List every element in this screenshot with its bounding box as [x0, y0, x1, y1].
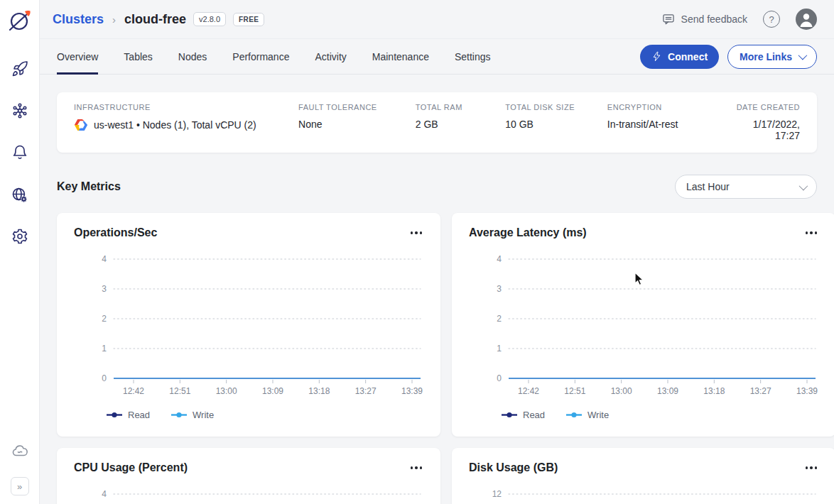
more-links-label: More Links — [740, 51, 792, 62]
cloud-icon[interactable] — [11, 442, 29, 460]
chart-svg: 4321012:4212:5113:0013:0913:1813:2713:39 — [74, 484, 423, 504]
svg-text:0: 0 — [102, 373, 107, 383]
chart-card-cpu: CPU Usage (Percent) 4321012:4212:5113:00… — [57, 448, 440, 504]
card-menu-ellipsis-icon[interactable] — [804, 229, 819, 237]
svg-text:2: 2 — [102, 314, 107, 324]
chart-plot: 4321012:4212:5113:0013:0913:1813:2713:39 — [469, 249, 818, 402]
charts-grid: Operations/Sec 4321012:4212:5113:0013:09… — [57, 213, 817, 504]
svg-text:4: 4 — [102, 489, 107, 499]
chart-card-operations: Operations/Sec 4321012:4212:5113:0013:09… — [57, 213, 440, 437]
alerts-bell-icon[interactable] — [11, 143, 29, 162]
date-created-label: DATE CREATED — [728, 103, 800, 111]
infrastructure-label: INFRASTRUCTURE — [74, 103, 298, 111]
total-disk-size-value: 10 GB — [505, 119, 607, 130]
encryption-value: In-transit/At-rest — [607, 119, 728, 130]
legend-label: Write — [193, 410, 214, 420]
chart-card-latency: Average Latency (ms) 4321012:4212:5113:0… — [452, 213, 834, 437]
connect-label: Connect — [668, 51, 708, 62]
date-created-value: 1/17/2022, 17:27 — [728, 119, 800, 141]
send-feedback-button[interactable]: Send feedback — [661, 12, 747, 26]
tab-overview[interactable]: Overview — [57, 39, 98, 74]
cockroach-logo-icon[interactable] — [0, 0, 40, 41]
svg-text:3: 3 — [102, 284, 107, 294]
legend-item-read[interactable]: Read — [502, 410, 545, 420]
svg-text:13:00: 13:00 — [216, 386, 237, 396]
chevron-down-icon — [799, 181, 808, 190]
plan-badge: FREE — [233, 13, 264, 26]
legend-item-write[interactable]: Write — [566, 410, 609, 420]
network-hub-icon[interactable] — [11, 102, 29, 120]
tab-settings[interactable]: Settings — [455, 39, 491, 74]
chart-title: CPU Usage (Percent) — [74, 461, 188, 474]
legend-label: Write — [587, 410, 609, 420]
lightning-bolt-icon — [651, 51, 662, 62]
sidebar: » — [0, 0, 40, 504]
svg-text:13:09: 13:09 — [262, 386, 283, 396]
svg-text:0: 0 — [497, 373, 502, 383]
legend-label: Read — [523, 410, 545, 420]
svg-text:4: 4 — [102, 254, 107, 264]
key-metrics-heading: Key Metrics — [57, 180, 121, 193]
legend-item-read[interactable]: Read — [107, 410, 150, 420]
help-icon[interactable]: ? — [763, 11, 780, 28]
more-links-button[interactable]: More Links — [727, 45, 817, 69]
tab-nodes[interactable]: Nodes — [178, 39, 207, 74]
card-menu-ellipsis-icon[interactable] — [804, 464, 819, 472]
chart-plot: 4321012:4212:5113:0013:0913:1813:2713:39 — [74, 484, 423, 504]
chart-plot: 4321012:4212:5113:0013:0913:1813:2713:39 — [74, 249, 423, 402]
page-header: Clusters › cloud-free v2.8.0 FREE Send f… — [40, 0, 834, 39]
total-ram-label: TOTAL RAM — [416, 103, 505, 111]
cluster-name: cloud-free — [124, 12, 186, 27]
connect-button[interactable]: Connect — [640, 45, 719, 69]
tab-maintenance[interactable]: Maintenance — [372, 39, 429, 74]
chart-svg: 12963012:4212:5113:0013:0913:1813:2713:3… — [469, 484, 818, 504]
svg-text:1: 1 — [102, 344, 107, 354]
fault-tolerance-value: None — [298, 119, 416, 130]
total-ram-value: 2 GB — [416, 119, 505, 130]
svg-text:3: 3 — [497, 284, 502, 294]
time-range-value: Last Hour — [686, 181, 730, 192]
tab-activity[interactable]: Activity — [315, 39, 346, 74]
svg-text:13:18: 13:18 — [703, 386, 725, 396]
tab-tables[interactable]: Tables — [124, 39, 152, 74]
chart-title: Average Latency (ms) — [469, 226, 587, 239]
chart-legend: ReadWrite — [74, 410, 423, 420]
version-badge: v2.8.0 — [193, 12, 226, 26]
legend-item-write[interactable]: Write — [171, 410, 214, 420]
main-area: Clusters › cloud-free v2.8.0 FREE Send f… — [40, 0, 834, 504]
encryption-label: ENCRYPTION — [607, 103, 728, 111]
svg-text:13:18: 13:18 — [308, 386, 330, 396]
clusters-rocket-icon[interactable] — [11, 60, 29, 78]
legend-marker-icon — [502, 412, 517, 418]
chart-svg: 4321012:4212:5113:0013:0913:1813:2713:39 — [469, 249, 818, 400]
card-menu-ellipsis-icon[interactable] — [409, 229, 424, 237]
infrastructure-value: us-west1 • Nodes (1), Total vCPU (2) — [94, 119, 256, 131]
legend-marker-icon — [171, 412, 187, 418]
settings-gear-icon[interactable] — [11, 227, 29, 246]
feedback-bubble-icon — [661, 12, 676, 26]
svg-text:2: 2 — [497, 314, 502, 324]
legend-marker-icon — [566, 412, 582, 418]
card-menu-ellipsis-icon[interactable] — [409, 464, 424, 472]
send-feedback-label: Send feedback — [681, 13, 747, 25]
total-disk-size-label: TOTAL DISK SIZE — [505, 103, 607, 111]
avatar[interactable] — [796, 9, 817, 30]
sidebar-expand-button[interactable]: » — [11, 477, 29, 495]
legend-label: Read — [128, 410, 150, 420]
chart-title: Operations/Sec — [74, 226, 157, 239]
svg-text:13:09: 13:09 — [657, 386, 678, 396]
svg-text:13:39: 13:39 — [796, 386, 818, 396]
globe-settings-icon[interactable] — [11, 185, 29, 204]
svg-text:13:39: 13:39 — [401, 386, 423, 396]
svg-text:12:42: 12:42 — [518, 386, 539, 396]
svg-text:12: 12 — [492, 489, 502, 499]
time-range-select[interactable]: Last Hour — [675, 175, 817, 199]
chevron-down-icon — [798, 51, 808, 60]
svg-text:12:51: 12:51 — [169, 386, 190, 396]
legend-marker-icon — [107, 412, 122, 418]
svg-text:1: 1 — [497, 344, 502, 354]
breadcrumb-clusters-link[interactable]: Clusters — [53, 12, 104, 27]
tab-bar: Overview Tables Nodes Performance Activi… — [40, 39, 834, 75]
tab-performance[interactable]: Performance — [232, 39, 289, 74]
cluster-info-card: INFRASTRUCTURE us-west1 • Nodes (1), Tot… — [57, 92, 817, 153]
